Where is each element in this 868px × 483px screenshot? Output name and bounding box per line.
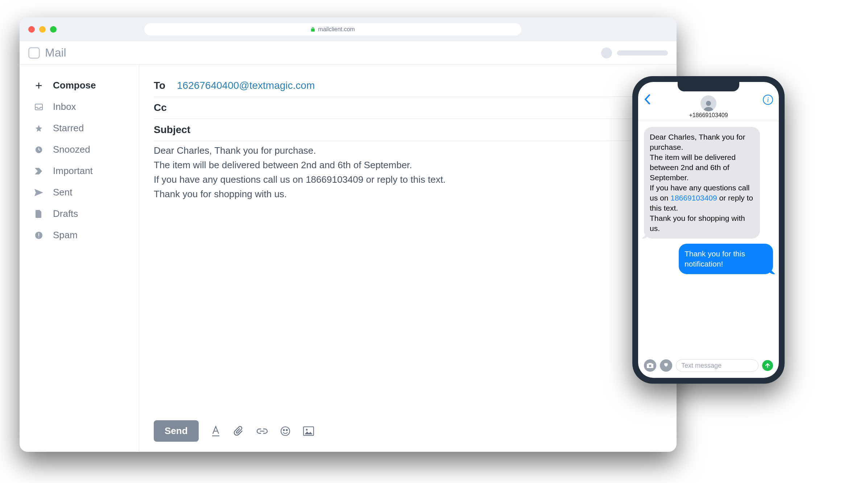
- star-icon: [34, 124, 44, 132]
- camera-icon[interactable]: [644, 359, 656, 372]
- window-maximize-dot[interactable]: [50, 26, 57, 33]
- sidebar: Compose Inbox Starred: [20, 65, 139, 452]
- phone-input-row: Text message: [638, 358, 779, 378]
- image-icon[interactable]: [302, 425, 315, 437]
- cc-field[interactable]: Cc: [154, 97, 662, 119]
- window-minimize-dot[interactable]: [39, 26, 46, 33]
- sidebar-item-spam[interactable]: Spam: [20, 224, 139, 246]
- alert-icon: [34, 231, 44, 239]
- avatar-placeholder[interactable]: [601, 48, 612, 58]
- url-text: mailclient.com: [318, 26, 355, 33]
- sidebar-item-label: Compose: [53, 80, 96, 91]
- sidebar-item-label: Snoozed: [53, 144, 90, 155]
- contact-number[interactable]: +18669103409: [689, 112, 728, 119]
- compose-panel: To 16267640400@textmagic.com Cc Subject …: [139, 65, 677, 452]
- send-icon: [34, 189, 44, 196]
- app-title: Mail: [45, 46, 66, 59]
- svg-point-10: [283, 429, 284, 430]
- send-message-button[interactable]: [762, 360, 773, 371]
- subject-label: Subject: [154, 124, 190, 136]
- sidebar-item-starred[interactable]: Starred: [20, 117, 139, 139]
- incoming-bubble: Dear Charles, Thank you for purchase.The…: [644, 127, 760, 239]
- sidebar-item-drafts[interactable]: Drafts: [20, 203, 139, 224]
- svg-point-9: [281, 427, 290, 435]
- to-value: 16267640400@textmagic.com: [177, 80, 315, 91]
- contact-avatar-icon[interactable]: [700, 95, 716, 111]
- sidebar-item-important[interactable]: Important: [20, 160, 139, 182]
- sidebar-item-label: Drafts: [53, 208, 78, 219]
- svg-point-11: [286, 429, 287, 430]
- svg-rect-6: [38, 236, 39, 237]
- phone-notch: [678, 82, 739, 91]
- url-bar[interactable]: mailclient.com: [144, 23, 521, 36]
- app-logo-icon: [28, 47, 40, 59]
- sidebar-item-snoozed[interactable]: Snoozed: [20, 139, 139, 160]
- attachment-icon[interactable]: [233, 425, 245, 437]
- svg-point-13: [306, 429, 307, 430]
- to-label: To: [154, 80, 170, 91]
- to-field[interactable]: To 16267640400@textmagic.com: [154, 75, 662, 97]
- send-button[interactable]: Send: [154, 420, 199, 442]
- clock-icon: [34, 146, 44, 154]
- text-format-icon[interactable]: [210, 425, 222, 437]
- compose-body[interactable]: Dear Charles, Thank you for purchase. Th…: [154, 141, 662, 414]
- compose-toolbar: Send: [154, 414, 662, 442]
- svg-point-15: [649, 365, 651, 367]
- sidebar-item-label: Spam: [53, 230, 78, 241]
- subject-field[interactable]: Subject: [154, 119, 662, 141]
- mail-browser-window: mailclient.com Mail Compose: [20, 17, 677, 452]
- cc-label: Cc: [154, 102, 170, 113]
- window-close-dot[interactable]: [28, 26, 35, 33]
- sidebar-item-inbox[interactable]: Inbox: [20, 96, 139, 117]
- sidebar-item-sent[interactable]: Sent: [20, 182, 139, 203]
- inbox-icon: [34, 104, 44, 110]
- phone-screen: i +18669103409 Dear Charles, Thank you f…: [638, 82, 779, 378]
- app-body: Compose Inbox Starred: [20, 65, 677, 452]
- info-icon[interactable]: i: [763, 95, 773, 105]
- sidebar-item-label: Inbox: [53, 101, 76, 112]
- message-placeholder: Text message: [681, 362, 722, 370]
- apps-icon[interactable]: [660, 359, 672, 372]
- plus-icon: [34, 82, 44, 89]
- app-titlebar: Mail: [20, 41, 677, 65]
- sidebar-item-label: Important: [53, 165, 93, 177]
- sidebar-item-compose[interactable]: Compose: [20, 75, 139, 96]
- sidebar-item-label: Sent: [53, 187, 73, 198]
- messages-scroll[interactable]: Dear Charles, Thank you for purchase.The…: [638, 121, 779, 358]
- file-icon: [34, 210, 44, 218]
- link-icon[interactable]: [256, 425, 268, 437]
- back-button[interactable]: [644, 94, 650, 105]
- chevron-right-icon: [34, 168, 44, 174]
- svg-rect-5: [38, 233, 39, 236]
- sidebar-item-label: Starred: [53, 123, 84, 134]
- browser-chrome: mailclient.com: [20, 17, 677, 41]
- phone-frame: i +18669103409 Dear Charles, Thank you f…: [632, 76, 785, 384]
- emoji-icon[interactable]: [279, 425, 292, 437]
- svg-point-14: [706, 101, 711, 106]
- message-input[interactable]: Text message: [676, 359, 759, 372]
- lock-icon: [311, 27, 315, 32]
- username-placeholder: [617, 50, 668, 55]
- outgoing-bubble: Thank you for this notification!: [679, 244, 773, 274]
